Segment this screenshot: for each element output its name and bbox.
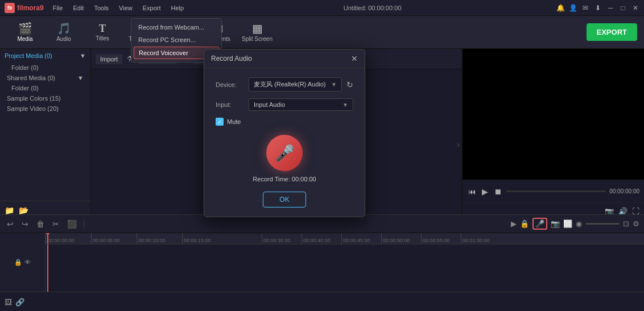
download-icon[interactable]: ⬇: [594, 4, 602, 12]
media-label: Media: [17, 36, 32, 42]
play-button[interactable]: ▶: [481, 186, 489, 197]
import-button[interactable]: Import: [96, 54, 122, 64]
preview-video: [463, 49, 644, 180]
voiceover-record-icon[interactable]: 🎤: [532, 218, 547, 230]
track-lock-icon[interactable]: 🔒: [14, 259, 22, 266]
splitscreen-icon: ▦: [252, 23, 263, 34]
device-value: 麦克风 (Realtek(R) Audio): [254, 80, 326, 89]
split-icon[interactable]: ⬛: [65, 218, 79, 230]
record-start-button[interactable]: 🎤: [266, 135, 303, 171]
timeline-toolbar: ↩ ↪ 🗑 ✂ ⬛ ▶ 🔒 🎤 📷 ⬜ ◉ ⊡ ⚙: [0, 215, 644, 233]
dialog-header: Record Audio ✕: [204, 49, 365, 68]
titles-label: Titles: [96, 35, 109, 42]
settings-icon[interactable]: ⚙: [633, 219, 639, 228]
timeline-area: ↩ ↪ 🗑 ✂ ⬛ ▶ 🔒 🎤 📷 ⬜ ◉ ⊡ ⚙ 🔒 👁 00:00:00:0…: [0, 214, 644, 311]
device-refresh-icon[interactable]: ↻: [346, 80, 353, 89]
tick-15: 00:00:15:00: [182, 233, 211, 244]
record-screen-item[interactable]: Record PC Screen...: [131, 34, 221, 46]
track-eye-icon[interactable]: 👁: [24, 259, 31, 266]
preview-progress-bar[interactable]: [506, 190, 606, 192]
checkbox-check-icon: ✓: [217, 119, 222, 125]
stop-button[interactable]: ⏹: [493, 186, 503, 197]
cut-icon[interactable]: ✂: [50, 218, 61, 230]
playhead[interactable]: [47, 233, 48, 244]
dialog-ok-button[interactable]: OK: [263, 192, 306, 208]
menu-tools[interactable]: Tools: [89, 3, 113, 13]
close-button[interactable]: ✕: [631, 4, 639, 12]
tick-35: 00:00:35:00: [262, 233, 291, 244]
titles-icon: T: [99, 23, 106, 34]
tick-55: 00:00:55:00: [421, 233, 450, 244]
record-time-display: Record Time: 00:00:00: [216, 176, 353, 183]
timeline-ruler: 00:00:00:00 00:00:05:00 00:00:10:00 00:0…: [46, 233, 644, 244]
camera-icon[interactable]: 📷: [551, 219, 560, 228]
preview-area: ⏮ ▶ ⏹ 00:00:00:00 📷 🔊 ⛶: [462, 49, 644, 219]
notifications-icon[interactable]: 🔔: [556, 4, 564, 12]
tick-10: 00:00:10:00: [137, 233, 166, 244]
dialog-body: Device: 麦克风 (Realtek(R) Audio) ▼ ↻ Input…: [204, 68, 365, 217]
mute-checkbox[interactable]: ✓: [216, 118, 224, 126]
maximize-button[interactable]: □: [619, 4, 627, 12]
mosaic-icon[interactable]: ◉: [576, 219, 582, 228]
device-select[interactable]: 麦克风 (Realtek(R) Audio) ▼: [249, 77, 342, 92]
shared-media-label: Shared Media (0): [7, 74, 55, 81]
menu-help[interactable]: Help: [167, 3, 189, 13]
tool-splitscreen[interactable]: ▦ Split Screen: [239, 18, 275, 47]
tick-60: 00:01:00:00: [461, 233, 490, 244]
tick-5: 00:00:05:00: [91, 233, 120, 244]
device-label: Device:: [216, 81, 244, 88]
delete-icon[interactable]: 🗑: [34, 218, 47, 230]
project-media-header: Project Media (0) ▼: [0, 49, 90, 63]
tool-media[interactable]: 🎬 Media: [7, 18, 43, 47]
track-label-icons: 🔒 👁: [14, 259, 31, 266]
prev-frame-button[interactable]: ⏮: [467, 186, 477, 197]
dialog-close-button[interactable]: ✕: [351, 54, 358, 63]
link-icon[interactable]: 🔗: [15, 298, 24, 306]
window-controls: 🔔 👤 ✉ ⬇ ─ □ ✕: [556, 4, 639, 12]
left-panel: Project Media (0) ▼ Folder (0) Shared Me…: [0, 49, 91, 219]
email-icon[interactable]: ✉: [581, 4, 589, 12]
audio-label: Audio: [56, 36, 71, 42]
panel-sample-colors[interactable]: Sample Colors (15): [0, 93, 90, 103]
record-webcam-item[interactable]: Record from Webcam...: [131, 21, 221, 34]
tool-audio[interactable]: 🎵 Audio: [46, 18, 82, 47]
play-timeline-icon[interactable]: ▶: [511, 219, 517, 228]
media-icon: 🎬: [18, 23, 32, 34]
collapse-icon[interactable]: ▼: [80, 52, 86, 59]
title-bar-left: f9 filmora9 File Edit Tools View Export …: [5, 3, 188, 13]
redo-icon[interactable]: ↪: [19, 218, 31, 230]
panel-sample-video[interactable]: Sample Video (20): [0, 103, 90, 114]
zoom-fit-icon[interactable]: ⊡: [623, 219, 629, 228]
export-button[interactable]: EXPORT: [587, 23, 637, 41]
menu-bar: File Edit Tools View Export Help: [48, 3, 188, 13]
panel-folder-1[interactable]: Folder (0): [0, 63, 90, 73]
stabilize-icon[interactable]: ⬜: [563, 219, 572, 228]
add-folder-icon[interactable]: 📁: [5, 206, 14, 215]
menu-edit[interactable]: Edit: [68, 3, 88, 13]
shared-media-arrow: ▼: [77, 74, 84, 81]
user-icon[interactable]: 👤: [569, 4, 577, 12]
tick-40: 00:00:40:00: [302, 233, 331, 244]
zoom-slider[interactable]: [585, 223, 620, 225]
tick-45: 00:00:45:00: [341, 233, 370, 244]
tool-titles[interactable]: T Titles: [84, 18, 121, 47]
snap-icon[interactable]: 🔒: [520, 219, 529, 228]
menu-file[interactable]: File: [48, 3, 68, 13]
menu-view[interactable]: View: [114, 3, 137, 13]
minimize-button[interactable]: ─: [606, 4, 614, 12]
undo-icon[interactable]: ↩: [5, 218, 16, 230]
preview-controls: ⏮ ▶ ⏹ 00:00:00:00: [463, 180, 644, 202]
expand-panel-icon[interactable]: ›: [457, 140, 460, 149]
microphone-icon: 🎤: [275, 144, 295, 163]
project-media-label: Project Media (0): [5, 52, 52, 59]
panel-shared-media[interactable]: Shared Media (0) ▼: [0, 73, 90, 83]
menu-export[interactable]: Export: [138, 3, 166, 13]
add-media-icon[interactable]: 📂: [19, 206, 28, 215]
add-track-icon[interactable]: 🖼: [5, 298, 12, 306]
window-title: Untitled: 00:00:00:00: [344, 5, 402, 11]
track-content: [46, 244, 644, 292]
app-logo-icon: f9: [5, 3, 15, 13]
input-select[interactable]: Input Audio ▼: [249, 98, 353, 111]
panel-folder-2[interactable]: Folder (0): [0, 83, 90, 93]
input-value: Input Audio: [254, 101, 285, 108]
